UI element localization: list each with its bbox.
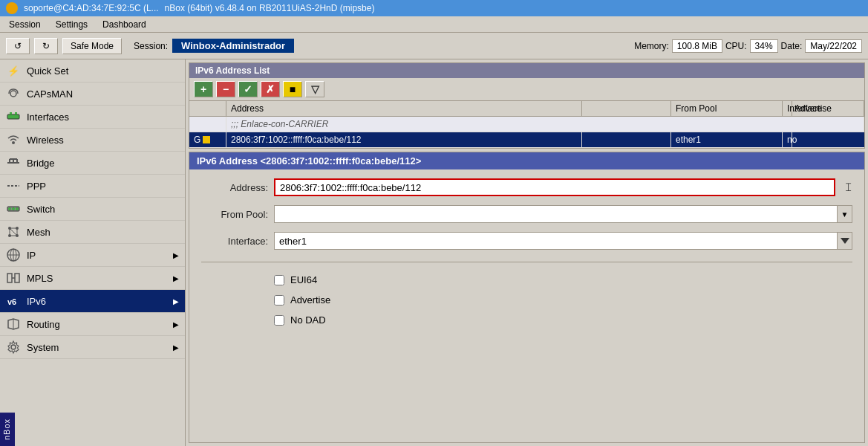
menu-bar: Session Settings Dashboard — [0, 16, 868, 33]
frompool-dropdown-button[interactable]: ▼ — [838, 205, 852, 223]
sidebar-item-bridge[interactable]: Bridge — [0, 152, 185, 175]
address-input[interactable] — [274, 178, 835, 196]
memory-label: Memory: — [634, 41, 669, 51]
ipv6-list-panel: IPv6 Address List + − ✓ ✗ ■ ▽ Address Fr… — [189, 62, 865, 149]
frompool-input[interactable] — [274, 205, 838, 223]
cpu-value: 34% — [750, 39, 778, 53]
memory-value: 100.8 MiB — [672, 39, 722, 53]
safe-mode-button[interactable]: Safe Mode — [62, 38, 122, 54]
sidebar-item-routing[interactable]: Routing ▶ — [0, 313, 185, 336]
mpls-arrow: ▶ — [173, 274, 179, 282]
capsman-icon — [6, 86, 21, 101]
sidebar-item-label: Routing — [27, 319, 60, 330]
sidebar-item-ip[interactable]: IP ▶ — [0, 244, 185, 267]
ipv6-list-toolbar: + − ✓ ✗ ■ ▽ — [189, 78, 864, 101]
sidebar-item-label: Wireless — [27, 135, 64, 146]
svg-rect-28 — [7, 274, 12, 282]
menu-settings[interactable]: Settings — [50, 18, 94, 31]
menu-session[interactable]: Session — [3, 18, 47, 31]
switch-icon — [6, 201, 21, 216]
svg-point-33 — [11, 345, 16, 349]
divider — [201, 262, 852, 262]
date-value: May/22/202 — [805, 39, 862, 53]
interface-input[interactable] — [274, 232, 838, 250]
routing-arrow: ▶ — [173, 320, 179, 329]
sidebar-item-ipv6[interactable]: v6 IPv6 ▶ — [0, 290, 185, 313]
sidebar-item-system[interactable]: System ▶ — [0, 336, 185, 359]
sidebar-item-label: IPv6 — [27, 296, 46, 307]
advertise-checkbox[interactable] — [274, 295, 284, 306]
main-toolbar: ↺ ↻ Safe Mode Session: Winbox-Administra… — [0, 33, 868, 59]
menu-dashboard[interactable]: Dashboard — [97, 18, 152, 31]
row2-flag: G — [189, 132, 226, 147]
sidebar-item-mpls[interactable]: MPLS ▶ — [0, 267, 185, 290]
svg-rect-1 — [7, 114, 19, 119]
col-advertise: Advertise — [790, 101, 864, 116]
address-field-row: Address: 𝙸 — [201, 178, 852, 196]
sidebar-item-wireless[interactable]: Wireless — [0, 129, 185, 152]
app-icon — [6, 2, 18, 14]
row2-interface: ether1 — [671, 132, 783, 147]
row1-flag — [189, 117, 226, 132]
ppp-icon — [6, 178, 21, 193]
sidebar-item-ppp[interactable]: PPP — [0, 175, 185, 198]
sidebar-item-quick-set[interactable]: ⚡ Quick Set — [0, 59, 185, 83]
quick-set-icon: ⚡ — [6, 63, 21, 78]
sidebar-item-mesh[interactable]: Mesh — [0, 221, 185, 244]
x-button[interactable]: ✗ — [261, 81, 280, 97]
detail-body: Address: 𝙸 From Pool: ▼ Interface: — [189, 169, 864, 334]
svg-marker-34 — [841, 238, 849, 244]
svg-rect-29 — [15, 274, 19, 282]
interface-dropdown-button[interactable] — [838, 232, 852, 250]
advertise-checkbox-row: Advertise — [274, 294, 852, 306]
remove-button[interactable]: − — [216, 81, 235, 97]
svg-point-13 — [12, 207, 15, 210]
svg-line-23 — [10, 228, 17, 236]
comment-button[interactable]: ■ — [283, 81, 302, 97]
svg-rect-2 — [10, 112, 12, 114]
system-arrow: ▶ — [173, 343, 179, 352]
sidebar-item-switch[interactable]: Switch — [0, 198, 185, 221]
row2-frompool — [582, 132, 671, 147]
interface-input-container — [274, 232, 852, 250]
sidebar-item-label: Switch — [27, 204, 55, 215]
svg-point-4 — [12, 141, 15, 144]
ip-icon — [6, 248, 21, 262]
routing-icon — [6, 317, 21, 332]
table-row[interactable]: ;;; Enlace-con-CARRIER — [189, 117, 864, 132]
interface-field-row: Interface: — [201, 232, 852, 250]
advertise-label: Advertise — [290, 294, 330, 306]
ipv6-list-title: IPv6 Address List — [189, 63, 864, 78]
eui64-checkbox-row: EUI64 — [274, 274, 852, 285]
title-connection: soporte@C4:AD:34:7E:92:5C (L... — [24, 3, 159, 13]
sidebar: ⚡ Quick Set CAPsMAN Interfaces Wireless — [0, 59, 186, 446]
sidebar-item-capsman[interactable]: CAPsMAN — [0, 83, 185, 106]
eui64-checkbox[interactable] — [274, 275, 284, 285]
cpu-label: CPU: — [725, 41, 747, 51]
svg-point-12 — [8, 207, 11, 210]
sidebar-item-label: System — [27, 342, 59, 353]
nodad-checkbox-row: No DAD — [274, 314, 852, 326]
sidebar-item-interfaces[interactable]: Interfaces — [0, 106, 185, 129]
session-value: Winbox-Administrador — [172, 39, 294, 53]
nodad-checkbox[interactable] — [274, 315, 284, 326]
sidebar-item-label: Bridge — [27, 158, 55, 169]
col-address: Address — [226, 101, 582, 116]
ipv6-arrow: ▶ — [173, 297, 179, 306]
table-row[interactable]: G 2806:3f7:1002::ffff:f0ca:bebe/112 ethe… — [189, 132, 864, 148]
undo-button[interactable]: ↺ — [6, 38, 30, 54]
sidebar-item-label: PPP — [27, 181, 46, 192]
system-icon — [6, 340, 21, 355]
sidebar-item-label: IP — [27, 250, 36, 261]
interfaces-icon — [6, 109, 21, 124]
row2-address: 2806:3f7:1002::ffff:f0ca:bebe/112 — [226, 132, 582, 147]
add-button[interactable]: + — [194, 81, 213, 97]
check-button[interactable]: ✓ — [238, 81, 258, 97]
filter-button[interactable]: ▽ — [305, 81, 324, 97]
col-sep1 — [582, 101, 671, 116]
redo-button[interactable]: ↻ — [34, 38, 58, 54]
ipv6-icon: v6 — [6, 294, 21, 308]
main-layout: ⚡ Quick Set CAPsMAN Interfaces Wireless — [0, 59, 868, 446]
detail-title: IPv6 Address <2806:3f7:1002::ffff:f0ca:b… — [189, 152, 864, 169]
row2-advertise: no — [783, 132, 792, 147]
